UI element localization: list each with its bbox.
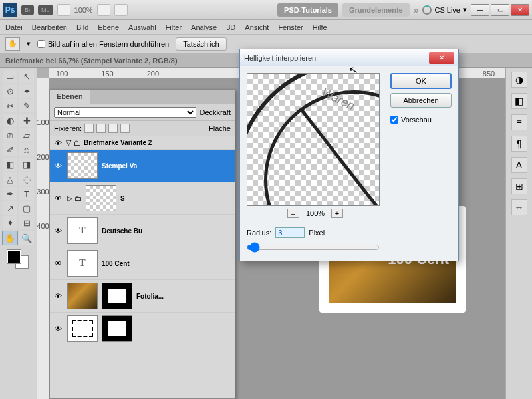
menu-datei[interactable]: Datei xyxy=(5,23,23,31)
menu-filter[interactable]: Filter xyxy=(166,23,182,31)
tool[interactable]: ⎌ xyxy=(19,142,35,157)
disclosure-icon[interactable]: ▽ xyxy=(66,138,71,147)
navigator-panel-icon[interactable]: ⊞ xyxy=(511,178,527,194)
hand-tool-icon[interactable]: ✋ xyxy=(5,37,20,51)
actual-pixels-button[interactable]: Tatsächlich xyxy=(176,37,226,51)
menu-ebene[interactable]: Ebene xyxy=(98,23,119,31)
layer-thumbnail[interactable]: T xyxy=(67,250,98,277)
hand-tool[interactable]: ✋ xyxy=(2,231,18,245)
preview-checkbox[interactable]: Vorschau xyxy=(390,116,452,124)
tool[interactable]: ✚ xyxy=(19,113,35,128)
minimize-button[interactable]: — xyxy=(471,4,489,16)
bridge-tab[interactable]: Br xyxy=(21,5,34,15)
menu-analyse[interactable]: Analyse xyxy=(191,23,217,31)
visibility-icon[interactable]: 👁 xyxy=(53,162,63,170)
tool[interactable]: T xyxy=(19,186,35,201)
lock-pixels-icon[interactable] xyxy=(96,124,106,133)
layer-item[interactable]: 👁T100 Cent xyxy=(50,247,235,279)
visibility-icon[interactable]: 👁 xyxy=(53,227,63,235)
layer-item[interactable]: 👁Stempel Va xyxy=(50,149,235,182)
paragraph-panel-icon[interactable]: ¶ xyxy=(511,136,527,152)
layers-tab[interactable]: Ebenen xyxy=(50,90,90,104)
tool[interactable]: ✐ xyxy=(2,142,18,157)
tool[interactable]: ⊞ xyxy=(19,215,35,230)
tool[interactable]: ▢ xyxy=(19,201,35,215)
extras-icon[interactable] xyxy=(97,4,110,16)
tool[interactable]: ⊙ xyxy=(2,84,18,98)
tool[interactable]: ⎚ xyxy=(2,128,18,142)
zoom-indicator[interactable]: 100% xyxy=(74,6,93,14)
visibility-icon[interactable]: 👁 xyxy=(53,325,63,332)
visibility-icon[interactable]: 👁 xyxy=(53,194,63,202)
menu-auswahl[interactable]: Auswahl xyxy=(128,23,156,31)
character-panel-icon[interactable]: A xyxy=(511,157,527,173)
menu-bild[interactable]: Bild xyxy=(76,23,88,31)
dialog-titlebar[interactable]: Helligkeit interpolieren ✕ xyxy=(240,49,458,66)
tool[interactable]: ✎ xyxy=(19,98,35,113)
tool[interactable]: ✒ xyxy=(2,186,18,201)
zoom-tool[interactable]: 🔍 xyxy=(19,231,35,245)
visibility-icon[interactable]: 👁 xyxy=(53,259,63,267)
tool[interactable]: ✦ xyxy=(19,84,35,98)
menu-ansicht[interactable]: Ansicht xyxy=(245,23,269,31)
tool[interactable]: ◌ xyxy=(19,172,35,186)
tool[interactable]: ▭ xyxy=(2,69,18,84)
chevron-down-icon[interactable]: ▾ xyxy=(27,39,31,48)
adjustments-panel-icon[interactable]: ≡ xyxy=(511,114,527,130)
layer-thumbnail[interactable] xyxy=(67,152,98,179)
color-swatches[interactable] xyxy=(7,250,30,270)
subgroup-icon[interactable]: ▷ 🗀 xyxy=(67,194,82,203)
lock-transparency-icon[interactable] xyxy=(84,124,94,133)
dialog-preview[interactable]: Waren xyxy=(247,73,380,206)
tool[interactable]: ✂ xyxy=(2,98,18,113)
tool[interactable]: ↗ xyxy=(2,201,18,215)
maximize-button[interactable]: ▭ xyxy=(491,4,509,16)
layer-item[interactable]: 👁 xyxy=(50,312,235,344)
menu-hilfe[interactable]: Hilfe xyxy=(313,23,327,31)
tool[interactable]: ✦ xyxy=(2,215,18,230)
layer-mask-thumbnail[interactable] xyxy=(102,315,132,342)
zoom-in-button[interactable]: + xyxy=(331,209,343,218)
histogram-panel-icon[interactable]: ↔ xyxy=(511,200,527,215)
blend-mode-select[interactable]: Normal xyxy=(54,107,196,118)
scroll-all-checkbox[interactable]: Bildlauf in allen Fenstern durchführen xyxy=(37,40,169,48)
layer-item[interactable]: 👁Fotolia... xyxy=(50,279,235,312)
lock-all-icon[interactable] xyxy=(120,124,130,133)
dialog-close-button[interactable]: ✕ xyxy=(429,52,454,64)
menu-bearbeiten[interactable]: Bearbeiten xyxy=(32,23,67,31)
cslive-button[interactable]: CS Live ▾ xyxy=(422,5,467,15)
ok-button[interactable]: OK xyxy=(390,73,452,89)
workspace-active[interactable]: PSD-Tutorials xyxy=(277,3,338,17)
close-button[interactable]: ✕ xyxy=(511,4,529,16)
layer-thumbnail[interactable] xyxy=(67,315,98,342)
tool[interactable]: ↖ xyxy=(19,69,35,84)
minibridge-tab[interactable]: Mb xyxy=(38,5,53,15)
tool[interactable]: ◨ xyxy=(19,157,35,172)
cancel-button[interactable]: Abbrechen xyxy=(390,93,452,108)
tool[interactable]: ◧ xyxy=(2,157,18,172)
tool[interactable]: △ xyxy=(2,172,18,186)
layer-thumbnail[interactable] xyxy=(67,283,98,309)
screen-mode-icon[interactable] xyxy=(114,4,128,16)
visibility-icon[interactable]: 👁 xyxy=(53,139,63,147)
foreground-swatch[interactable] xyxy=(7,250,21,263)
layer-thumbnail[interactable] xyxy=(86,185,116,211)
tool[interactable]: ▱ xyxy=(19,128,35,142)
radius-slider[interactable] xyxy=(247,242,380,253)
zoom-out-button[interactable]: – xyxy=(287,209,299,218)
lock-position-icon[interactable] xyxy=(108,124,118,133)
layer-item[interactable]: 👁▷ 🗀S xyxy=(50,182,235,214)
layer-group[interactable]: 👁 ▽ 🗀 Briefmarke Variante 2 xyxy=(50,136,235,149)
color-panel-icon[interactable]: ◑ xyxy=(511,72,527,88)
menu-3d[interactable]: 3D xyxy=(226,23,235,31)
workspace-more-icon[interactable]: » xyxy=(414,5,419,15)
swatches-panel-icon[interactable]: ◧ xyxy=(511,93,527,109)
arrange-icon[interactable] xyxy=(57,4,70,16)
menu-fenster[interactable]: Fenster xyxy=(278,23,303,31)
radius-input[interactable] xyxy=(275,227,305,238)
layer-mask-thumbnail[interactable] xyxy=(102,283,132,309)
layer-thumbnail[interactable]: T xyxy=(67,217,98,244)
layer-item[interactable]: 👁TDeutsche Bu xyxy=(50,214,235,247)
visibility-icon[interactable]: 👁 xyxy=(53,292,63,300)
workspace-inactive[interactable]: Grundelemente xyxy=(342,3,410,17)
